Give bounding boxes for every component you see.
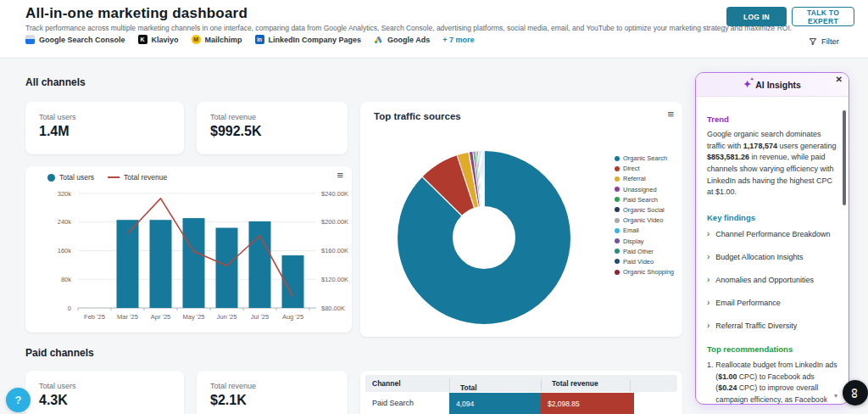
svg-text:Jun '25: Jun '25 xyxy=(217,313,237,321)
ai-panel-scrollbar[interactable] xyxy=(843,110,847,205)
finding-item-anomalies[interactable]: › Anomalies and Opportunities xyxy=(707,268,837,291)
svg-text:$240.00K: $240.00K xyxy=(321,190,348,198)
cell-channel: Paid Search xyxy=(372,399,414,407)
chip-mailchimp[interactable]: M Mailchimp xyxy=(192,35,242,44)
legend-dot xyxy=(615,156,620,161)
google-search-console-icon xyxy=(25,35,35,44)
svg-text:160k: 160k xyxy=(58,247,72,255)
help-button[interactable]: ? xyxy=(6,388,31,412)
trend-text: Google organic search dominates traffic … xyxy=(707,129,837,199)
legend-dot xyxy=(615,218,620,223)
kpi-label: Total revenue xyxy=(210,113,256,121)
svg-text:0: 0 xyxy=(68,305,71,312)
key-findings-heading: Key findings xyxy=(707,213,837,222)
svg-text:Aug '25: Aug '25 xyxy=(282,313,303,321)
legend-label: Paid Video xyxy=(623,258,654,266)
google-ads-icon xyxy=(374,35,383,44)
legend-item-total-users[interactable]: Total users xyxy=(47,173,94,182)
svg-text:Feb '25: Feb '25 xyxy=(84,313,105,321)
column-divider xyxy=(541,379,542,391)
donut-legend-item[interactable]: Organic Search xyxy=(615,154,674,162)
scroll-down-icon: ▾ xyxy=(834,392,837,400)
donut-legend-item[interactable]: Organic Video xyxy=(615,216,674,224)
more-channels-link[interactable]: + 7 more xyxy=(442,36,474,44)
sort-down-icon: ↓ xyxy=(460,383,464,392)
svg-text:80k: 80k xyxy=(61,276,71,283)
column-header-total-revenue[interactable]: Total revenue xyxy=(552,379,598,388)
chevron-right-icon: › xyxy=(707,230,709,238)
close-icon[interactable]: ✕ xyxy=(836,75,843,84)
svg-text:$160.00K: $160.00K xyxy=(321,247,348,255)
sparkle-icon: ✦✦ xyxy=(743,79,751,90)
chip-label: LinkedIn Company Pages xyxy=(269,36,362,44)
donut-legend-item[interactable]: Email xyxy=(615,227,674,234)
finding-item-email-performance[interactable]: › Email Performance xyxy=(707,291,837,314)
kpi-value: $2.1K xyxy=(210,393,247,408)
donut-legend-item[interactable]: Organic Social xyxy=(615,206,674,214)
linkedin-icon: in xyxy=(255,35,264,44)
legend-dot xyxy=(615,197,620,202)
all-channels-heading: All channels xyxy=(25,76,86,88)
legend-dot xyxy=(47,174,55,182)
header: All-in-one marketing dashboard Track per… xyxy=(0,0,868,59)
donut-legend-item[interactable]: Direct xyxy=(615,165,674,172)
donut-legend-item[interactable]: Paid Video xyxy=(615,258,674,266)
chip-google-search-console[interactable]: Google Search Console xyxy=(25,35,125,44)
kpi-value: 4.3K xyxy=(39,393,68,408)
kpi-value: $992.5K xyxy=(210,124,262,139)
legend-label: Email xyxy=(623,227,639,234)
svg-text:Apr '25: Apr '25 xyxy=(151,313,171,321)
chip-google-ads[interactable]: Google Ads xyxy=(374,35,430,44)
legend-label: Organic Social xyxy=(623,206,665,214)
finding-item-channel-performance[interactable]: › Channel Performance Breakdown xyxy=(707,222,837,245)
talk-to-expert-button[interactable]: TALK TO EXPERT xyxy=(792,7,854,26)
paid-channels-table-card: Channel Total users ↓ Total revenue Paid… xyxy=(360,371,682,414)
log-in-button[interactable]: LOG IN xyxy=(726,7,787,26)
legend-dot xyxy=(615,187,620,192)
ai-panel-title: AI Insights xyxy=(755,80,801,90)
legend-dot xyxy=(615,270,620,275)
donut-legend-item[interactable]: Display xyxy=(615,238,674,245)
column-header-channel[interactable]: Channel xyxy=(372,379,401,388)
donut-legend-item[interactable]: Referral xyxy=(615,175,674,182)
trend-heading: Trend xyxy=(707,115,837,124)
recommendation-text: Reallocate budget from LinkedIn ads ($1.… xyxy=(715,360,837,405)
finding-item-referral-diversity[interactable]: › Referral Traffic Diversity xyxy=(707,314,837,337)
kpi-card-paid-users: Total users 4.3K xyxy=(25,371,184,414)
filter-icon xyxy=(809,37,817,46)
chip-label: Mailchimp xyxy=(205,36,242,44)
finding-item-budget-allocation[interactable]: › Budget Allocation Insights xyxy=(707,245,837,268)
ai-panel-body: Trend Google organic search dominates tr… xyxy=(696,97,849,405)
chip-linkedin[interactable]: in LinkedIn Company Pages xyxy=(255,35,362,44)
chat-widget-button[interactable]: co xyxy=(843,380,868,406)
legend-item-total-revenue[interactable]: Total revenue xyxy=(108,173,167,182)
kpi-card-total-revenue: Total revenue $992.5K xyxy=(197,102,348,154)
filter-label: Filter xyxy=(821,36,839,46)
donut-legend-item[interactable]: Paid Search xyxy=(615,196,674,204)
donut-legend-item[interactable]: Unassigned xyxy=(615,186,674,193)
legend-dot xyxy=(615,259,620,264)
chip-klaviyo[interactable]: K Klaviyo xyxy=(138,35,179,44)
legend-dot xyxy=(615,228,620,233)
legend-label: Total revenue xyxy=(124,173,167,182)
combo-chart: 0$80.00K80k$120.00K160k$160.00K240k$200.… xyxy=(25,166,352,333)
legend-dot xyxy=(615,249,620,254)
kpi-card-paid-revenue: Total revenue $2.1K xyxy=(197,371,348,414)
donut-legend: Organic SearchDirectReferralUnassignedPa… xyxy=(615,154,674,276)
marketing-dashboard: All-in-one marketing dashboard Track per… xyxy=(0,0,868,414)
legend-label: Organic Shopping xyxy=(623,268,674,276)
chip-label: Google Ads xyxy=(387,36,430,44)
legend-label: Direct xyxy=(623,165,640,172)
kpi-label: Total users xyxy=(39,382,76,390)
table-row: Paid Search 4,094 $2,098.85 xyxy=(365,392,677,414)
paid-channels-heading: Paid channels xyxy=(25,347,94,359)
filter-button[interactable]: Filter xyxy=(809,36,839,46)
svg-text:$120.00K: $120.00K xyxy=(321,276,348,283)
channel-chips: Google Search Console K Klaviyo M Mailch… xyxy=(25,35,475,44)
legend-label: Unassigned xyxy=(623,186,657,193)
donut-legend-item[interactable]: Paid Other xyxy=(615,248,674,255)
ai-panel-header: ✦✦ AI Insights ✕ xyxy=(696,73,849,97)
legend-dot xyxy=(615,166,620,171)
page-title: All-in-one marketing dashboard xyxy=(25,5,248,22)
donut-legend-item[interactable]: Organic Shopping xyxy=(615,268,674,276)
